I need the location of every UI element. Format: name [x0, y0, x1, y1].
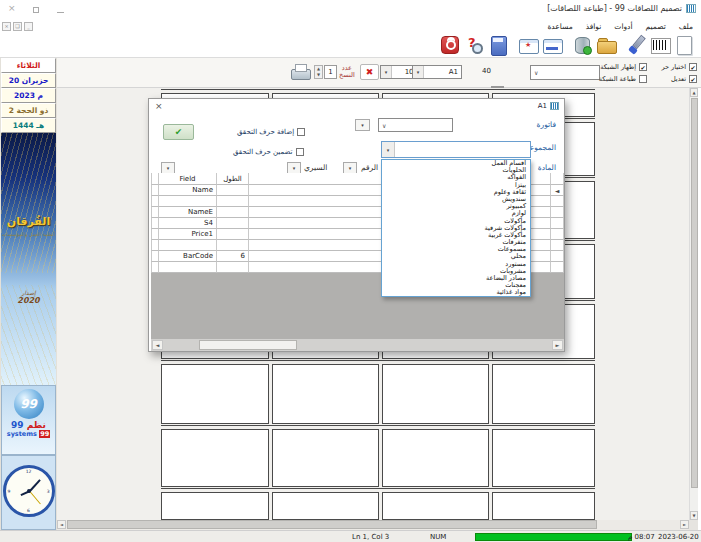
add-check-char-row[interactable]: إضافة حرف التحقق: [237, 128, 305, 136]
help-search-icon[interactable]: [463, 34, 485, 56]
dropdown-item[interactable]: مسموعات: [382, 246, 530, 253]
horizontal-scroll-thumb[interactable]: [67, 520, 597, 529]
label-cell[interactable]: [382, 364, 489, 424]
scroll-left-icon[interactable]: ◄: [57, 520, 66, 529]
invoice-dropdown-button[interactable]: ▾: [355, 119, 370, 131]
chevron-down-icon[interactable]: ▾: [413, 66, 424, 78]
print-grid-checkbox[interactable]: [639, 75, 647, 83]
show-grid-checkbox[interactable]: [639, 63, 647, 71]
menu-item-ملف[interactable]: ملف: [679, 21, 693, 33]
second-hand: [29, 491, 41, 505]
database-refresh-icon[interactable]: [571, 34, 593, 56]
mdi-minimize-icon[interactable]: _: [24, 22, 33, 31]
include-check-char-checkbox[interactable]: [296, 148, 304, 156]
dialog-badge: A1: [538, 102, 559, 110]
group-dropdown-list: أقسام العملالحلوياتالفواكهبيتزاثقافة وعل…: [381, 159, 531, 297]
add-check-char-checkbox[interactable]: [297, 128, 305, 136]
include-check-char-row[interactable]: تضمين حرف التحقق: [233, 148, 304, 156]
scroll-right-icon[interactable]: ►: [680, 520, 689, 529]
row-header-cell: [151, 251, 159, 262]
design-brush-icon[interactable]: [625, 34, 647, 56]
dialog-close-icon[interactable]: ×: [155, 101, 163, 111]
print-icon[interactable]: [288, 62, 312, 82]
dialog-horizontal-scrollbar[interactable]: ◄ ►: [151, 339, 564, 351]
row-header-cell: [151, 207, 159, 218]
vertical-scrollbar[interactable]: ▲ ▼: [689, 88, 698, 520]
menu-bar: ملفتصميمأدواتنوافذمساعدة × ❏ _: [0, 20, 701, 33]
open-folder-icon[interactable]: [595, 34, 617, 56]
window-title: تصميم اللصاقات 99 - [طباعة اللصاقات]: [547, 4, 682, 13]
label-cell[interactable]: [161, 492, 269, 520]
label-cell[interactable]: [161, 364, 269, 424]
free-select-checkbox[interactable]: [689, 63, 697, 71]
menu-item-أدوات[interactable]: أدوات: [614, 21, 632, 33]
field-cell: Name: [159, 185, 217, 196]
scroll-down-icon[interactable]: ▼: [690, 511, 698, 520]
label-cell[interactable]: [492, 429, 595, 487]
menu-item-نوافذ[interactable]: نوافذ: [586, 21, 602, 33]
dropdown-item[interactable]: مواد غذائية: [382, 289, 530, 296]
edit-checkbox[interactable]: [689, 75, 697, 83]
cursor-position: Ln 1, Col 3: [352, 533, 389, 541]
show-grid-row[interactable]: إظهار الشبكة: [603, 61, 647, 73]
menu-item-تصميم[interactable]: تصميم: [646, 21, 666, 33]
copies-stepper[interactable]: ▲▼: [314, 65, 323, 79]
dialog-scroll-thumb[interactable]: [199, 340, 297, 350]
scrollbar-corner: [689, 520, 698, 530]
new-document-icon[interactable]: [673, 34, 695, 56]
dropdown-item[interactable]: كمبيوتر: [382, 203, 530, 210]
restore-window-icon[interactable]: [33, 7, 39, 13]
chevron-down-icon[interactable]: ▾: [382, 142, 395, 157]
cell-width-value: 40: [475, 67, 491, 75]
scroll-up-icon[interactable]: ▲: [690, 88, 698, 97]
brand-english: systems 99: [2, 430, 55, 438]
minimize-window-icon[interactable]: [57, 12, 64, 13]
row-header-cell: [151, 240, 159, 251]
length-cell: [217, 262, 249, 273]
template-combo[interactable]: ∨: [530, 65, 600, 80]
label-cell[interactable]: [492, 364, 595, 424]
chevron-down-icon[interactable]: ▾: [381, 66, 392, 78]
length-cell: 6: [217, 251, 249, 262]
label-cell[interactable]: [161, 429, 269, 487]
confirm-button[interactable]: ✔: [163, 124, 194, 140]
calculator-icon[interactable]: [487, 34, 509, 56]
status-date: 2023-06-20: [658, 533, 699, 541]
free-select-row[interactable]: اختيار حر: [651, 61, 697, 73]
edit-row[interactable]: تعديل: [651, 73, 697, 85]
cell-combo[interactable]: ▾ A1: [412, 65, 462, 79]
copies-value[interactable]: 1: [324, 65, 337, 79]
card-red-icon[interactable]: [517, 34, 539, 56]
furqan-logo-title: الفُرقان: [1, 215, 56, 228]
menu-item-مساعدة[interactable]: مساعدة: [547, 21, 572, 33]
delete-label-button[interactable]: ✖: [360, 64, 379, 80]
length-cell: [217, 229, 249, 240]
barcode-icon[interactable]: [649, 34, 671, 56]
print-grid-row[interactable]: طباعة الشبكة: [603, 73, 647, 85]
row-header-cell: [151, 185, 159, 196]
menu-bar-items: ملفتصميمأدواتنوافذمساعدة: [547, 21, 693, 33]
label-cell[interactable]: [272, 364, 379, 424]
invoice-combo[interactable]: ∨: [378, 118, 453, 132]
serial-label: السيري: [304, 163, 327, 172]
group-combo[interactable]: ▾: [381, 141, 531, 158]
main-toolbar: [0, 33, 701, 58]
mdi-close-icon[interactable]: ×: [2, 22, 11, 31]
vertical-scroll-thumb[interactable]: [691, 98, 698, 488]
barcode-badge-icon: [550, 102, 559, 110]
label-cell[interactable]: [382, 492, 489, 520]
label-cell[interactable]: [492, 492, 595, 520]
scroll-left-icon[interactable]: ◄: [152, 340, 163, 350]
horizontal-scrollbar[interactable]: ◄ ►: [57, 520, 689, 530]
mdi-restore-icon[interactable]: ❏: [13, 22, 22, 31]
select-checkbox-group: اختيار حر تعديل: [651, 61, 697, 85]
row-header-cell: [151, 262, 159, 273]
label-cell[interactable]: [382, 429, 489, 487]
scroll-right-icon[interactable]: ►: [552, 340, 563, 350]
dropdown-item[interactable]: الفواكه: [382, 174, 530, 181]
close-window-icon[interactable]: ×: [8, 4, 16, 13]
exit-icon[interactable]: [439, 34, 461, 56]
label-cell[interactable]: [272, 492, 379, 520]
label-cell[interactable]: [272, 429, 379, 487]
card-blue-icon[interactable]: [541, 34, 563, 56]
